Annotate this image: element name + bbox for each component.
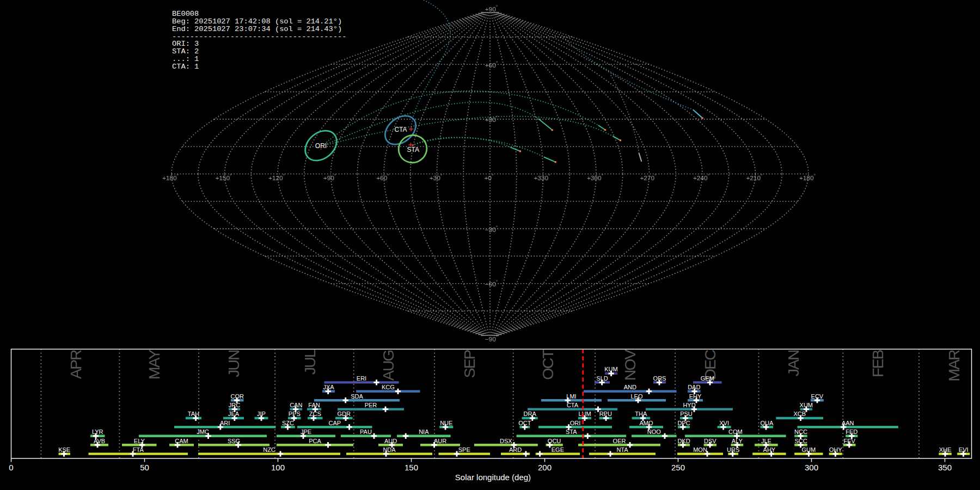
svg-text:+240°: +240° <box>693 173 710 182</box>
svg-text:NOO: NOO <box>647 428 661 435</box>
svg-text:GEM: GEM <box>701 375 714 382</box>
svg-text:NCC: NCC <box>794 428 807 435</box>
svg-text:OCT: OCT <box>539 350 556 380</box>
svg-text:AND: AND <box>624 384 636 390</box>
svg-text:100: 100 <box>271 463 285 472</box>
svg-text:OHY: OHY <box>829 446 843 453</box>
svg-text:MAY: MAY <box>145 350 163 380</box>
svg-text:URS: URS <box>727 446 739 453</box>
svg-text:Solar longitude (deg): Solar longitude (deg) <box>455 473 531 482</box>
svg-text:PER: PER <box>365 402 377 408</box>
svg-text:NTA: NTA <box>616 446 628 453</box>
svg-text:MON: MON <box>693 446 707 453</box>
svg-text:350: 350 <box>938 463 952 472</box>
svg-text:SZC: SZC <box>282 420 294 426</box>
svg-text:COM: COM <box>728 428 743 435</box>
svg-text:ORS: ORS <box>653 375 666 382</box>
svg-text:SSG: SSG <box>228 438 240 444</box>
svg-text:PAU: PAU <box>360 428 372 435</box>
svg-text:STA: 2: STA: 2 <box>172 47 199 56</box>
svg-text:AUD: AUD <box>384 438 397 444</box>
svg-text:XHE: XHE <box>939 446 952 453</box>
svg-text:HYD: HYD <box>683 402 695 408</box>
svg-text:GUM: GUM <box>801 446 816 453</box>
svg-text:SDA: SDA <box>351 393 363 400</box>
svg-text:OCU: OCU <box>548 438 561 444</box>
svg-text:DAD: DAD <box>688 384 700 390</box>
svg-text:ARI: ARI <box>220 420 230 426</box>
svg-text:STA: STA <box>407 146 419 154</box>
svg-text:CTA: CTA <box>567 402 579 408</box>
svg-text:ORI: 3: ORI: 3 <box>172 40 199 48</box>
svg-text:KCG: KCG <box>382 384 395 390</box>
svg-text:150: 150 <box>405 463 418 472</box>
svg-text:NDA: NDA <box>383 446 396 453</box>
svg-text:300: 300 <box>805 463 818 472</box>
svg-text:CAN: CAN <box>290 402 302 408</box>
svg-text:JAN: JAN <box>785 350 802 376</box>
svg-text:JUL: JUL <box>301 350 318 375</box>
svg-text:JIP: JIP <box>257 411 266 417</box>
svg-text:+180°: +180° <box>799 173 816 182</box>
svg-text:KSE: KSE <box>58 446 70 453</box>
svg-text:KUM: KUM <box>604 366 617 372</box>
svg-text:+300°: +300° <box>587 173 604 182</box>
svg-text:ERI: ERI <box>357 375 366 382</box>
svg-text:JMC: JMC <box>197 428 209 435</box>
svg-text:NOV: NOV <box>621 350 639 381</box>
svg-text:...: 1: ...: 1 <box>172 55 199 63</box>
svg-text:CTA: CTA <box>394 126 407 133</box>
svg-text:OER: OER <box>613 438 626 444</box>
svg-text:OCT: OCT <box>518 420 531 426</box>
svg-text:JEA: JEA <box>228 411 240 417</box>
svg-text:RPU: RPU <box>599 411 612 417</box>
svg-text:BE0008: BE0008 <box>172 10 199 18</box>
svg-text:DSX: DSX <box>500 438 512 444</box>
svg-text:DSV: DSV <box>704 438 716 444</box>
svg-text:ARD: ARD <box>509 446 522 453</box>
svg-text:AHY: AHY <box>763 446 776 453</box>
svg-text:ELY: ELY <box>134 438 145 444</box>
svg-text:SPE: SPE <box>458 446 470 453</box>
svg-text:LYR: LYR <box>92 428 103 435</box>
svg-text:XVI: XVI <box>719 420 729 426</box>
svg-text:SCC: SCC <box>794 438 807 444</box>
svg-text:ZCS: ZCS <box>309 411 321 417</box>
svg-text:JLE: JLE <box>761 438 771 444</box>
svg-text:PPS: PPS <box>289 411 301 417</box>
svg-text:DPC: DPC <box>677 420 690 426</box>
svg-text:CAM: CAM <box>175 438 188 444</box>
svg-text:End: 20251027 23:07:34 (sol =: End: 20251027 23:07:34 (sol = 214.43°) <box>172 25 342 33</box>
svg-text:NIA: NIA <box>419 428 429 435</box>
svg-text:AUR: AUR <box>434 438 446 444</box>
svg-text:NUE: NUE <box>440 420 452 426</box>
svg-text:JRC: JRC <box>229 402 240 408</box>
svg-text:0: 0 <box>9 463 13 472</box>
svg-text:EGE: EGE <box>552 446 564 453</box>
svg-text:COR: COR <box>231 393 244 400</box>
svg-text:+270°: +270° <box>640 173 657 182</box>
svg-text:LEO: LEO <box>630 393 642 400</box>
svg-text:FED: FED <box>846 428 857 435</box>
svg-text:AVB: AVB <box>94 438 105 444</box>
svg-text:SLD: SLD <box>596 375 608 382</box>
svg-text:50: 50 <box>140 463 149 472</box>
svg-text:AMO: AMO <box>639 420 653 426</box>
svg-text:TAH: TAH <box>188 411 199 417</box>
svg-text:+210°: +210° <box>746 173 763 182</box>
svg-text:200: 200 <box>538 463 552 472</box>
svg-text:JUN: JUN <box>225 350 242 377</box>
svg-text:CTA: 1: CTA: 1 <box>172 63 199 71</box>
svg-text:THA: THA <box>635 411 647 417</box>
svg-text:+330°: +330° <box>534 173 550 182</box>
svg-text:FEV: FEV <box>843 438 855 444</box>
svg-text:250: 250 <box>671 463 685 472</box>
svg-text:AUG: AUG <box>379 350 397 381</box>
svg-text:XCB: XCB <box>793 411 806 417</box>
svg-text:+180°: +180° <box>162 173 179 182</box>
svg-text:STA: STA <box>566 428 577 435</box>
svg-text:MAR: MAR <box>945 350 963 382</box>
svg-text:FEB: FEB <box>869 350 886 377</box>
svg-text:NZC: NZC <box>263 446 275 453</box>
svg-text:PCA: PCA <box>309 438 321 444</box>
